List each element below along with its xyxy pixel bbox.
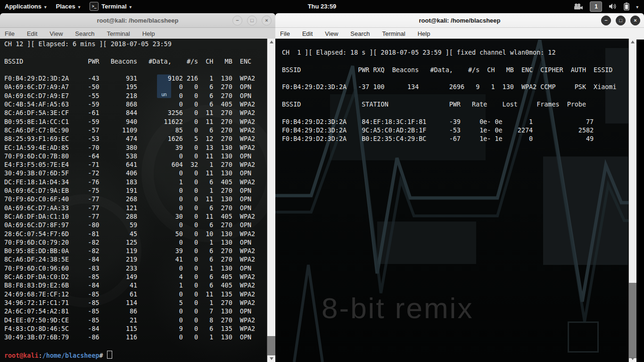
- minimize-button[interactable]: −: [601, 16, 611, 25]
- places-label: Places: [56, 3, 75, 10]
- scroll-down-icon[interactable]: [267, 355, 275, 362]
- terminal-window-right: root@kali: /home/blacsheep − □ × FileEdi…: [275, 13, 644, 362]
- menu-item-search[interactable]: Search: [75, 30, 94, 37]
- maximize-button[interactable]: □: [616, 16, 626, 25]
- menu-item-help[interactable]: Help: [418, 30, 430, 37]
- scrollbar[interactable]: [628, 39, 636, 362]
- wallpaper-shape: [543, 156, 628, 265]
- volume-icon[interactable]: [609, 3, 617, 10]
- menu-item-file[interactable]: File: [5, 30, 15, 37]
- prompt-path: /home/blacsheep: [42, 352, 99, 359]
- close-button[interactable]: ×: [630, 16, 640, 25]
- terminal-icon: >_: [90, 2, 99, 11]
- titlebar[interactable]: root@kali: /home/blacsheep − □ ×: [0, 13, 275, 28]
- window-controls: − □ ×: [601, 13, 640, 27]
- top-bar: Applications ▾ Places ▾ >_ Terminal ▾ Th…: [0, 0, 644, 13]
- menu-item-edit[interactable]: Edit: [302, 30, 313, 37]
- scrollbar-thumb[interactable]: [629, 283, 636, 358]
- terminal-viewport[interactable]: un CH 12 ][ Elapsed: 6 mins ][ 2018-07-0…: [0, 39, 267, 362]
- workspace-indicator[interactable]: 1: [590, 1, 602, 12]
- close-button[interactable]: ×: [262, 16, 272, 25]
- chevron-down-icon: ▾: [78, 5, 81, 9]
- left-terminal-screen[interactable]: CH 12 ][ Elapsed: 6 mins ][ 2018-07-05 2…: [0, 39, 255, 342]
- menu-item-file[interactable]: File: [280, 30, 290, 37]
- right-terminal-screen[interactable]: CH 1 ][ Elapsed: 18 s ][ 2018-07-05 23:5…: [275, 39, 616, 144]
- terminal-menu-label: Terminal: [101, 3, 126, 10]
- menu-item-search[interactable]: Search: [350, 30, 370, 37]
- menu-bar: FileEditViewSearchTerminalHelp: [275, 28, 644, 40]
- battery-icon[interactable]: [624, 2, 629, 10]
- chevron-down-icon: ▾: [44, 5, 47, 9]
- minimize-button[interactable]: −: [232, 16, 242, 25]
- wallpaper-shape: [568, 321, 599, 353]
- shell-prompt: root@kali:/home/blacsheep#: [4, 351, 112, 360]
- wallpaper-shape: [377, 222, 476, 264]
- menu-item-terminal[interactable]: Terminal: [382, 30, 405, 37]
- menu-item-help[interactable]: Help: [142, 30, 155, 37]
- scroll-up-icon[interactable]: [629, 39, 636, 45]
- scroll-down-icon[interactable]: [629, 355, 636, 362]
- scrollbar[interactable]: [267, 39, 275, 362]
- window-controls: − □ ×: [232, 13, 272, 27]
- window-title: root@kali: /home/blacsheep: [419, 17, 500, 24]
- menu-item-terminal[interactable]: Terminal: [107, 30, 130, 37]
- chevron-down-icon: ▾: [130, 5, 132, 9]
- prompt-hash: #: [99, 352, 103, 359]
- terminal-window-left: root@kali: /home/blacsheep − □ × FileEdi…: [0, 13, 275, 362]
- terminal-viewport[interactable]: 8-bit remix CH 1 ][ Elapsed: 18 s ][ 201…: [275, 39, 636, 362]
- places-menu[interactable]: Places ▾: [51, 0, 85, 13]
- menu-item-view[interactable]: View: [325, 30, 338, 37]
- menu-item-view[interactable]: View: [50, 30, 63, 37]
- wallpaper-text: 8-bit remix: [322, 291, 473, 325]
- applications-menu[interactable]: Applications ▾: [0, 0, 51, 13]
- prompt-colon: :: [39, 352, 42, 359]
- applications-label: Applications: [5, 3, 41, 10]
- system-tray: 1 ▾: [574, 0, 644, 13]
- menu-item-edit[interactable]: Edit: [27, 30, 37, 37]
- menu-bar: FileEditViewSearchTerminalHelp: [0, 28, 275, 40]
- window-title: root@kali: /home/blacsheep: [97, 17, 178, 24]
- screen-recorder-icon[interactable]: [574, 3, 583, 10]
- maximize-button[interactable]: □: [247, 16, 257, 25]
- chevron-down-icon[interactable]: ▾: [636, 5, 638, 9]
- scroll-up-icon[interactable]: [267, 39, 275, 45]
- terminal-cursor: [107, 351, 112, 359]
- terminal-app-menu[interactable]: >_ Terminal ▾: [85, 0, 136, 13]
- titlebar[interactable]: root@kali: /home/blacsheep − □ ×: [275, 13, 644, 28]
- prompt-user: root@kali: [4, 352, 39, 359]
- scrollbar-thumb[interactable]: [267, 336, 275, 355]
